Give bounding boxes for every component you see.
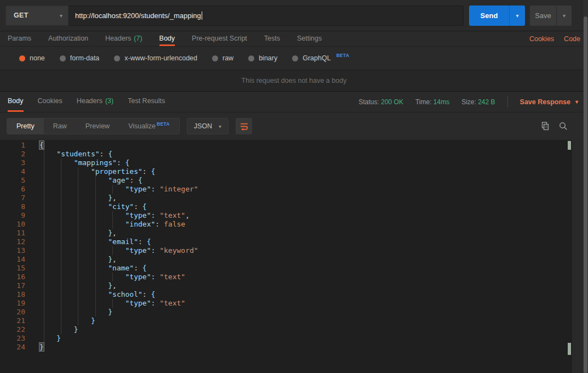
tab-pre-request-script[interactable]: Pre-request Script [192,31,247,46]
tab-headers[interactable]: Headers(7) [105,31,142,46]
code-line[interactable]: 20 } [0,308,588,317]
send-options-button[interactable]: ▾ [509,5,525,26]
code-token [39,176,108,184]
radio-none[interactable]: none [19,54,45,62]
code-area[interactable]: 1{2 "students": {3 "mappings": {4 "prope… [0,141,588,352]
save-response-button[interactable]: Save Response▾ [520,98,578,106]
code-line[interactable]: 6 "type": "integer" [0,185,588,194]
chevron-down-icon: ▾ [219,123,221,129]
line-number: 11 [0,229,25,238]
code-line[interactable]: 13 "type": "keyword" [0,246,588,255]
code-line[interactable]: 19 "type": "text" [0,299,588,308]
request-bar: GET ▾ http://localhost:9200/students/_ma… [0,0,588,31]
code-line[interactable]: 3 "mappings": { [0,159,588,167]
radio-dot-icon [19,55,25,61]
view-tab-pretty[interactable]: Pretty [7,118,44,134]
indent-guide [95,246,96,255]
response-tab-test-results[interactable]: Test Results [128,92,165,112]
indent-guide [78,167,78,176]
code-token: { [151,167,156,176]
save-options-button[interactable]: ▾ [556,5,572,26]
method-select[interactable]: GET ▾ [5,5,68,26]
code-line[interactable]: 4 "properties": { [0,167,588,176]
code-token [39,167,91,176]
code-line[interactable]: 22 } [0,325,588,334]
view-tab-preview[interactable]: Preview [76,118,119,134]
editor-side-column [572,140,583,373]
code-token: } [74,325,78,334]
code-line[interactable]: 24} [0,343,588,352]
send-button[interactable]: Send [469,5,509,26]
radio-graphql[interactable]: GraphQLBETA [292,54,349,62]
response-tab-cookies[interactable]: Cookies [38,92,62,112]
code-line[interactable]: 10 "index": false [0,220,588,229]
beta-badge: BETA [157,121,170,127]
scrollbar-thumb[interactable] [584,16,587,373]
code-line[interactable]: 18 "school": { [0,290,588,299]
indent-guide [78,185,78,194]
format-select[interactable]: JSON ▾ [187,118,229,134]
indent-guide [78,273,78,281]
indent-guide [61,273,61,281]
code-token: "name" [108,264,134,272]
radio-raw[interactable]: raw [212,54,233,62]
copy-button[interactable] [539,120,551,132]
cookies-link[interactable]: Cookies [529,35,554,43]
scroll-marker[interactable] [568,343,571,355]
tab-params[interactable]: Params [8,31,31,46]
indent-guide [78,202,78,211]
search-button[interactable] [557,120,569,132]
code-token [39,264,108,272]
code-link[interactable]: Code [564,35,580,43]
line-number: 22 [0,325,25,334]
radio-form-data[interactable]: form-data [60,54,100,62]
indent-guide [112,273,113,281]
line-number: 7 [0,194,25,202]
indent-guide [44,290,44,299]
save-button[interactable]: Save [530,5,556,26]
code-line[interactable]: 15 "name": { [0,264,588,273]
code-line[interactable]: 5 "age": { [0,176,588,185]
code-token: : [129,176,138,184]
scroll-marker[interactable] [568,141,571,150]
tab-authorization[interactable]: Authorization [48,31,88,46]
radio-binary[interactable]: binary [248,54,277,62]
code-token: "type" [125,246,151,255]
response-tab-headers[interactable]: Headers(3) [77,92,114,112]
code-token [39,150,56,158]
line-number: 13 [0,246,25,255]
view-tab-raw[interactable]: Raw [44,118,76,134]
code-line[interactable]: 2 "students": { [0,150,588,159]
tab-settings[interactable]: Settings [297,31,322,46]
code-token: { [142,202,147,211]
view-tab-visualize[interactable]: VisualizeBETA [119,118,179,134]
code-line[interactable]: 16 "type": "text" [0,273,588,281]
body-mode-row: none form-data x-www-form-urlencoded raw… [0,47,588,70]
indent-guide [44,273,44,281]
code-line[interactable]: 9 "type": "text", [0,211,588,220]
indent-guide [61,246,61,255]
code-line[interactable]: 11 }, [0,229,588,238]
tab-body[interactable]: Body [159,31,175,46]
code-token: "mappings" [74,159,117,167]
indent-guide [95,202,96,211]
url-input[interactable]: http://localhost:9200/students/_mapping [68,5,464,26]
code-token: "students" [56,150,99,158]
code-line[interactable]: 8 "city": { [0,202,588,211]
code-line[interactable]: 21 } [0,317,588,325]
code-token: { [147,238,151,246]
radio-x-www-form-urlencoded[interactable]: x-www-form-urlencoded [114,54,197,62]
word-wrap-button[interactable] [236,118,252,134]
code-line[interactable]: 7 }, [0,194,588,202]
code-line[interactable]: 23 } [0,334,588,343]
code-token: : [134,202,142,211]
code-line[interactable]: 12 "email": { [0,238,588,246]
code-line[interactable]: 1{ [0,141,588,150]
response-tab-body[interactable]: Body [8,92,24,112]
indent-guide [112,246,113,255]
indent-guide [95,194,96,202]
code-line[interactable]: 17 }, [0,281,588,290]
indent-guide [44,167,44,176]
tab-tests[interactable]: Tests [264,31,280,46]
code-line[interactable]: 14 }, [0,255,588,264]
